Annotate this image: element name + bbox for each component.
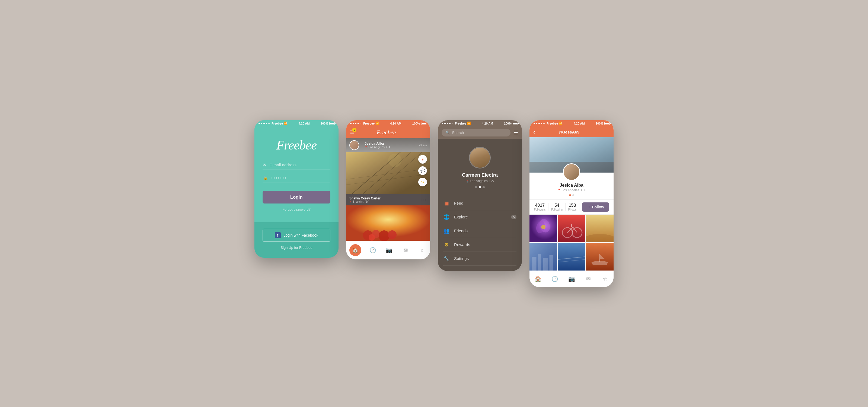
- phone-menu: Freebee 📶 4.20 AM 100% 🔍 ☰ Carmen Electr…: [438, 120, 522, 271]
- svg-point-6: [388, 154, 402, 167]
- dot1: [258, 123, 260, 124]
- photo-4[interactable]: [529, 243, 557, 271]
- app-logo: Freebee: [276, 137, 316, 153]
- nav-camera-4[interactable]: 📷: [567, 274, 577, 284]
- followers-label: Followers: [534, 208, 546, 211]
- post-1-image-container: ♥ 💬 ↪: [346, 152, 430, 194]
- profile-cover: [529, 137, 614, 173]
- photos-stat: 153 Photos: [568, 203, 577, 211]
- profile-header: ‹ @JessA69: [529, 127, 614, 137]
- header-logo: Freebee: [376, 129, 396, 136]
- profile-location: 📍 Los Angeles, CA: [557, 188, 586, 192]
- fb-login-label: Login with Facebook: [283, 233, 318, 238]
- login-body: Freebee ✉ 🔒 Login Forgot password?: [254, 127, 339, 211]
- profile-name: Jesica Alba: [560, 183, 583, 188]
- svg-point-26: [586, 234, 614, 242]
- nav-camera[interactable]: 📷: [384, 245, 394, 255]
- password-row[interactable]: 🔒: [262, 175, 330, 183]
- wifi-icon: 📶: [284, 122, 287, 125]
- battery-icon: [329, 122, 335, 125]
- phone-feed: Freebee 📶 4.20 AM 100% ☰ 5 Freebee: [346, 120, 430, 259]
- status-bar-4: Freebee 📶 4.20 AM 100%: [529, 120, 614, 127]
- phone-login: Freebee 📶 4.20 AM 100% Freebee ✉ 🔒 Login…: [254, 120, 339, 258]
- phone-profile: Freebee 📶 4.20 AM 100% ‹ @JessA69: [529, 120, 614, 287]
- forgot-password-link[interactable]: Forgot password?: [282, 207, 311, 211]
- password-field[interactable]: [271, 176, 330, 180]
- bottom-nav-2: 🏠 🕐 📷 ✉ ☆: [346, 241, 430, 259]
- battery-pct: 100%: [321, 122, 328, 125]
- phones-container: Freebee 📶 4.20 AM 100% Freebee ✉ 🔒 Login…: [254, 120, 614, 287]
- menu-profile-name: Carmen Electra: [462, 172, 498, 178]
- post-1-info: Jesica Alba 📍 Los Angeles, CA: [365, 142, 416, 149]
- email-icon: ✉: [262, 162, 266, 167]
- back-button[interactable]: ‹: [533, 129, 535, 135]
- settings-icon: 🔧: [443, 256, 450, 261]
- rewards-label: Rewards: [454, 242, 470, 247]
- facebook-login-button[interactable]: f Login with Facebook: [262, 229, 330, 242]
- comment-button[interactable]: 💬: [418, 166, 427, 175]
- menu-avatar: [469, 147, 491, 168]
- search-input[interactable]: [452, 130, 499, 135]
- photo-1[interactable]: [529, 215, 557, 242]
- dot5: [268, 123, 270, 124]
- profile-handle: @JessA69: [559, 130, 580, 134]
- signal-area-2: Freebee 📶: [350, 122, 379, 125]
- settings-label: Settings: [454, 256, 469, 261]
- nav-history-4[interactable]: 🕐: [550, 274, 560, 284]
- svg-point-11: [388, 230, 397, 239]
- menu-profile: Carmen Electra 📍 Los Angeles, CA: [438, 139, 522, 194]
- photo-6[interactable]: [586, 243, 614, 271]
- menu-item-settings[interactable]: 🔧 Settings: [443, 252, 517, 265]
- photos-label: Photos: [568, 208, 577, 211]
- lock-icon: 🔒: [262, 175, 268, 181]
- feed-header: ☰ 5 Freebee: [346, 127, 430, 138]
- menu-item-rewards[interactable]: ⚙ Rewards: [443, 238, 517, 252]
- signup-link[interactable]: Sign Up for Freebee: [280, 246, 312, 250]
- post-1-header: Jesica Alba 📍 Los Angeles, CA ⏱ 2m: [346, 138, 430, 152]
- post-1-name: Jesica Alba: [365, 142, 416, 146]
- login-button[interactable]: Login: [262, 191, 330, 204]
- login-footer: f Login with Facebook Sign Up for Freebe…: [254, 222, 339, 258]
- bridge-svg: [346, 152, 430, 194]
- signal-area: Freebee 📶: [258, 122, 287, 125]
- nav-mail-4[interactable]: ✉: [584, 274, 593, 284]
- menu-item-feed[interactable]: ▣ Feed: [443, 196, 517, 210]
- dot2: [261, 123, 262, 124]
- globe-icon: 🌐: [443, 214, 450, 220]
- like-button[interactable]: ♥: [418, 155, 427, 164]
- photo-5[interactable]: [558, 243, 585, 271]
- menu-item-explore[interactable]: 🌐 Explore 5: [443, 210, 517, 224]
- svg-point-12: [369, 234, 375, 241]
- battery-2: 100%: [412, 122, 426, 125]
- post-1-avatar: [349, 140, 359, 150]
- profile-avatar: [563, 163, 580, 181]
- facebook-icon: f: [275, 232, 281, 238]
- nav-home[interactable]: 🏠: [349, 244, 361, 256]
- status-bar-1: Freebee 📶 4.20 AM 100%: [254, 120, 339, 127]
- following-stat: 54 Following: [551, 203, 563, 211]
- hamburger-icon-3[interactable]: ☰: [514, 130, 518, 136]
- share-button[interactable]: ↪: [418, 178, 427, 186]
- svg-rect-28: [532, 257, 536, 271]
- nav-mail[interactable]: ✉: [401, 245, 410, 255]
- rewards-icon: ⚙: [443, 242, 450, 248]
- photo-3[interactable]: [586, 215, 614, 242]
- email-field[interactable]: [269, 162, 330, 167]
- more-options[interactable]: ···: [421, 197, 427, 203]
- photo-2[interactable]: [558, 215, 585, 242]
- svg-rect-30: [543, 258, 548, 271]
- menu-items-list: ▣ Feed 🌐 Explore 5 👥 Friends ⚙ Rewards 🔧…: [438, 194, 522, 271]
- post-2-image: [346, 206, 430, 241]
- post-2: [346, 206, 430, 241]
- search-bar[interactable]: 🔍: [442, 129, 510, 136]
- follow-button[interactable]: ＋ Follow: [582, 202, 609, 212]
- nav-star[interactable]: ☆: [417, 245, 427, 255]
- time: 4.20 AM: [299, 122, 310, 125]
- nav-home-4[interactable]: 🏠: [533, 274, 543, 284]
- menu-item-friends[interactable]: 👥 Friends: [443, 224, 517, 238]
- nav-star-4[interactable]: ☆: [600, 274, 610, 284]
- post-1-location: 📍 Los Angeles, CA: [365, 146, 416, 149]
- carrier: Freebee: [272, 122, 283, 125]
- email-row[interactable]: ✉: [262, 162, 330, 170]
- nav-history[interactable]: 🕐: [368, 245, 378, 255]
